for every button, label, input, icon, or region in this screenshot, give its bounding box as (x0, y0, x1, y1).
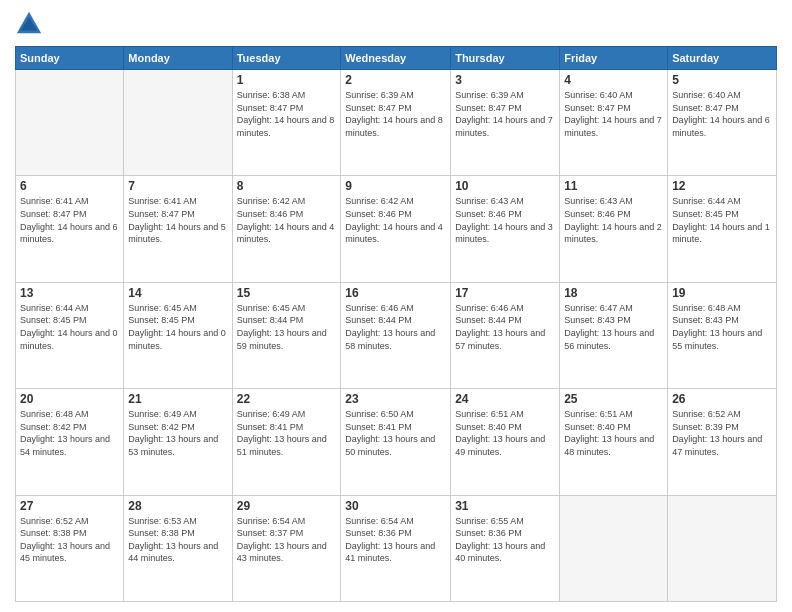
day-cell: 22Sunrise: 6:49 AMSunset: 8:41 PMDayligh… (232, 389, 341, 495)
day-info: Sunrise: 6:39 AMSunset: 8:47 PMDaylight:… (345, 89, 446, 139)
day-info: Sunrise: 6:49 AMSunset: 8:41 PMDaylight:… (237, 408, 337, 458)
day-info: Sunrise: 6:54 AMSunset: 8:36 PMDaylight:… (345, 515, 446, 565)
day-info: Sunrise: 6:54 AMSunset: 8:37 PMDaylight:… (237, 515, 337, 565)
day-number: 1 (237, 73, 337, 87)
day-cell: 12Sunrise: 6:44 AMSunset: 8:45 PMDayligh… (668, 176, 777, 282)
day-cell: 23Sunrise: 6:50 AMSunset: 8:41 PMDayligh… (341, 389, 451, 495)
day-info: Sunrise: 6:41 AMSunset: 8:47 PMDaylight:… (20, 195, 119, 245)
day-cell: 9Sunrise: 6:42 AMSunset: 8:46 PMDaylight… (341, 176, 451, 282)
day-number: 9 (345, 179, 446, 193)
day-cell: 15Sunrise: 6:45 AMSunset: 8:44 PMDayligh… (232, 282, 341, 388)
day-number: 17 (455, 286, 555, 300)
day-number: 26 (672, 392, 772, 406)
day-number: 18 (564, 286, 663, 300)
day-cell (560, 495, 668, 601)
week-row-3: 13Sunrise: 6:44 AMSunset: 8:45 PMDayligh… (16, 282, 777, 388)
day-cell (124, 70, 232, 176)
day-cell: 18Sunrise: 6:47 AMSunset: 8:43 PMDayligh… (560, 282, 668, 388)
weekday-thursday: Thursday (451, 47, 560, 70)
weekday-friday: Friday (560, 47, 668, 70)
day-number: 23 (345, 392, 446, 406)
day-info: Sunrise: 6:46 AMSunset: 8:44 PMDaylight:… (345, 302, 446, 352)
day-number: 16 (345, 286, 446, 300)
day-number: 3 (455, 73, 555, 87)
day-info: Sunrise: 6:51 AMSunset: 8:40 PMDaylight:… (455, 408, 555, 458)
day-cell: 21Sunrise: 6:49 AMSunset: 8:42 PMDayligh… (124, 389, 232, 495)
day-info: Sunrise: 6:53 AMSunset: 8:38 PMDaylight:… (128, 515, 227, 565)
day-info: Sunrise: 6:44 AMSunset: 8:45 PMDaylight:… (672, 195, 772, 245)
day-number: 24 (455, 392, 555, 406)
day-info: Sunrise: 6:44 AMSunset: 8:45 PMDaylight:… (20, 302, 119, 352)
weekday-tuesday: Tuesday (232, 47, 341, 70)
day-info: Sunrise: 6:43 AMSunset: 8:46 PMDaylight:… (455, 195, 555, 245)
day-cell: 14Sunrise: 6:45 AMSunset: 8:45 PMDayligh… (124, 282, 232, 388)
day-cell: 17Sunrise: 6:46 AMSunset: 8:44 PMDayligh… (451, 282, 560, 388)
day-cell: 3Sunrise: 6:39 AMSunset: 8:47 PMDaylight… (451, 70, 560, 176)
day-cell: 31Sunrise: 6:55 AMSunset: 8:36 PMDayligh… (451, 495, 560, 601)
page: SundayMondayTuesdayWednesdayThursdayFrid… (0, 0, 792, 612)
day-info: Sunrise: 6:40 AMSunset: 8:47 PMDaylight:… (672, 89, 772, 139)
day-info: Sunrise: 6:43 AMSunset: 8:46 PMDaylight:… (564, 195, 663, 245)
day-number: 4 (564, 73, 663, 87)
day-info: Sunrise: 6:41 AMSunset: 8:47 PMDaylight:… (128, 195, 227, 245)
day-number: 28 (128, 499, 227, 513)
day-info: Sunrise: 6:47 AMSunset: 8:43 PMDaylight:… (564, 302, 663, 352)
day-number: 25 (564, 392, 663, 406)
day-info: Sunrise: 6:46 AMSunset: 8:44 PMDaylight:… (455, 302, 555, 352)
day-cell: 4Sunrise: 6:40 AMSunset: 8:47 PMDaylight… (560, 70, 668, 176)
day-number: 7 (128, 179, 227, 193)
day-info: Sunrise: 6:38 AMSunset: 8:47 PMDaylight:… (237, 89, 337, 139)
logo-icon (15, 10, 43, 38)
weekday-wednesday: Wednesday (341, 47, 451, 70)
day-info: Sunrise: 6:50 AMSunset: 8:41 PMDaylight:… (345, 408, 446, 458)
header (15, 10, 777, 38)
calendar: SundayMondayTuesdayWednesdayThursdayFrid… (15, 46, 777, 602)
day-cell: 11Sunrise: 6:43 AMSunset: 8:46 PMDayligh… (560, 176, 668, 282)
weekday-sunday: Sunday (16, 47, 124, 70)
day-cell: 7Sunrise: 6:41 AMSunset: 8:47 PMDaylight… (124, 176, 232, 282)
day-number: 14 (128, 286, 227, 300)
day-cell: 29Sunrise: 6:54 AMSunset: 8:37 PMDayligh… (232, 495, 341, 601)
day-number: 29 (237, 499, 337, 513)
day-cell: 10Sunrise: 6:43 AMSunset: 8:46 PMDayligh… (451, 176, 560, 282)
day-info: Sunrise: 6:48 AMSunset: 8:42 PMDaylight:… (20, 408, 119, 458)
day-cell: 8Sunrise: 6:42 AMSunset: 8:46 PMDaylight… (232, 176, 341, 282)
day-cell: 30Sunrise: 6:54 AMSunset: 8:36 PMDayligh… (341, 495, 451, 601)
day-number: 12 (672, 179, 772, 193)
day-number: 13 (20, 286, 119, 300)
day-number: 21 (128, 392, 227, 406)
weekday-saturday: Saturday (668, 47, 777, 70)
day-number: 22 (237, 392, 337, 406)
day-info: Sunrise: 6:45 AMSunset: 8:44 PMDaylight:… (237, 302, 337, 352)
weekday-header-row: SundayMondayTuesdayWednesdayThursdayFrid… (16, 47, 777, 70)
day-info: Sunrise: 6:42 AMSunset: 8:46 PMDaylight:… (237, 195, 337, 245)
day-info: Sunrise: 6:49 AMSunset: 8:42 PMDaylight:… (128, 408, 227, 458)
day-cell: 28Sunrise: 6:53 AMSunset: 8:38 PMDayligh… (124, 495, 232, 601)
week-row-5: 27Sunrise: 6:52 AMSunset: 8:38 PMDayligh… (16, 495, 777, 601)
day-number: 8 (237, 179, 337, 193)
day-info: Sunrise: 6:55 AMSunset: 8:36 PMDaylight:… (455, 515, 555, 565)
day-cell: 27Sunrise: 6:52 AMSunset: 8:38 PMDayligh… (16, 495, 124, 601)
day-info: Sunrise: 6:52 AMSunset: 8:38 PMDaylight:… (20, 515, 119, 565)
day-number: 19 (672, 286, 772, 300)
weekday-monday: Monday (124, 47, 232, 70)
day-number: 6 (20, 179, 119, 193)
day-number: 30 (345, 499, 446, 513)
day-info: Sunrise: 6:45 AMSunset: 8:45 PMDaylight:… (128, 302, 227, 352)
day-info: Sunrise: 6:42 AMSunset: 8:46 PMDaylight:… (345, 195, 446, 245)
day-info: Sunrise: 6:52 AMSunset: 8:39 PMDaylight:… (672, 408, 772, 458)
week-row-4: 20Sunrise: 6:48 AMSunset: 8:42 PMDayligh… (16, 389, 777, 495)
day-cell (16, 70, 124, 176)
day-cell: 26Sunrise: 6:52 AMSunset: 8:39 PMDayligh… (668, 389, 777, 495)
day-number: 10 (455, 179, 555, 193)
day-number: 5 (672, 73, 772, 87)
day-number: 27 (20, 499, 119, 513)
logo (15, 10, 47, 38)
day-cell: 2Sunrise: 6:39 AMSunset: 8:47 PMDaylight… (341, 70, 451, 176)
day-cell (668, 495, 777, 601)
day-info: Sunrise: 6:39 AMSunset: 8:47 PMDaylight:… (455, 89, 555, 139)
day-cell: 25Sunrise: 6:51 AMSunset: 8:40 PMDayligh… (560, 389, 668, 495)
week-row-2: 6Sunrise: 6:41 AMSunset: 8:47 PMDaylight… (16, 176, 777, 282)
day-number: 31 (455, 499, 555, 513)
day-cell: 5Sunrise: 6:40 AMSunset: 8:47 PMDaylight… (668, 70, 777, 176)
